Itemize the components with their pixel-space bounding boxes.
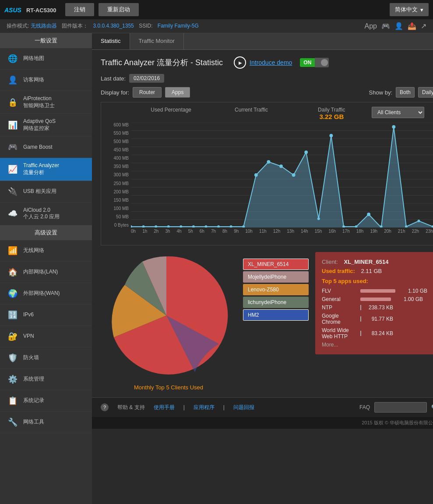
language-button[interactable]: 简体中文 ▾ [390,3,429,16]
detail-traffic-row: Used traffic: 2.11 GB [322,268,431,274]
user-icon[interactable]: 👤 [394,22,403,30]
sidebar-item-network-map[interactable]: 🌐 网络地图 [0,48,92,70]
sidebar-item-sysadmin[interactable]: ⚙️ 系统管理 [0,369,92,390]
wireless-icon: 📶 [7,245,19,257]
share2-icon[interactable]: ↗ [421,22,426,30]
display-for-group: Display for: Router Apps [101,87,190,98]
footer: ? 帮助 & 支持 使用手册 | 应用程序 | 问题回报 FAQ 🔍 [92,397,433,417]
clients-select[interactable]: All Clients [372,107,424,118]
svg-point-33 [367,213,370,216]
app-divider-ntp [360,305,361,310]
top-bar: ASUS RT-AC5300 注销 重新启动 简体中文 ▾ [0,0,433,19]
chart-area: Used Percentage Current Traffic Daily Tr… [101,102,433,245]
mode-link[interactable]: 无线路由器 [31,23,57,29]
qos-icon: 📊 [7,119,19,131]
show-by-select-2[interactable]: Daily [418,87,433,98]
ipv6-icon: 🔢 [7,309,19,321]
page-title-text: Traffic Analyzer 流量分析 - Statistic [101,57,223,68]
show-by-select-1[interactable]: Both [396,87,415,98]
ssid2-link[interactable]: Family-5G [175,23,199,29]
app-divider-chrome [360,316,361,322]
svg-point-25 [267,160,271,164]
help-label: 帮助 & 支持 [117,404,145,411]
app-bar-general [360,298,391,301]
sidebar-item-ipv6[interactable]: 🔢 IPv6 [0,304,92,326]
sidebar-item-network-tools[interactable]: 🔧 网络工具 [0,412,92,433]
sidebar-item-game-boost[interactable]: 🎮 Game Boost [0,136,92,158]
legend-item-mojelly[interactable]: MojellydeiPhone [243,271,309,283]
clients-select-wrap: All Clients [372,107,433,118]
ssid1-link[interactable]: Family [158,23,173,29]
sidebar-item-vpn[interactable]: 🔐 VPN [0,326,92,347]
tab-traffic-monitor[interactable]: Traffic Monitor [130,33,184,49]
content-inner: Traffic Analyzer 流量分析 - Statistic Introd… [92,50,433,397]
manual-link[interactable]: 使用手册 [154,404,175,411]
toggle-switch[interactable]: ON [300,58,329,67]
detail-apps-title: Top 5 apps used: [322,278,431,284]
pie-chart-container: Monthly Top 5 Clients Used [101,252,236,391]
search-icon[interactable]: 🔍 [431,404,433,410]
svg-point-26 [279,164,283,168]
version-bar: 2015 版权 © 华硕电脑股份有限公司 [92,417,433,429]
sidebar-section-general: 一般设置 [0,33,92,48]
svg-point-29 [317,217,320,220]
app-divider-www [360,331,361,336]
legend-item-lenovo[interactable]: Lenovo-Z580 [243,284,309,295]
sidebar-item-firewall[interactable]: 🛡️ 防火墙 [0,347,92,369]
logout-button[interactable]: 注销 [65,3,94,16]
legend-item-xl[interactable]: XL_MINER_6514 [243,259,309,270]
app-row-general: General 1.00 GB [322,296,431,302]
sidebar: 一般设置 🌐 网络地图 👤 访客网络 🔒 AiProtection智能网络卫士 … [0,33,92,504]
gamepad-icon[interactable]: 🎮 [381,22,390,30]
faq-search-input[interactable] [374,402,427,413]
sidebar-item-aiprotection[interactable]: 🔒 AiProtection智能网络卫士 [0,91,92,114]
apps-link[interactable]: 应用程序 [194,404,215,411]
chart-svg [131,122,433,228]
sidebar-item-wireless[interactable]: 📶 无线网络 [0,240,92,262]
lan-icon: 🏠 [7,266,19,278]
share-icon[interactable]: 📤 [408,22,416,30]
feedback-link[interactable]: 问题回报 [233,404,254,411]
controls-row: Display for: Router Apps Show by: Both D… [101,87,433,98]
more-link[interactable]: More... [322,342,431,348]
chart-svg-container [131,122,433,228]
footer-right: FAQ 🔍 [359,402,433,413]
help-icon[interactable]: ? [101,403,109,411]
legend-item-hm2[interactable]: HM2 [243,309,309,321]
router-button[interactable]: Router [133,87,162,98]
apps-button[interactable]: Apps [165,87,190,98]
tab-bar: Statistic Traffic Monitor [92,33,433,50]
sidebar-item-lan[interactable]: 🏠 内部网络(LAN) [0,262,92,283]
sidebar-item-wan[interactable]: 🌍 外部网络(WAN) [0,283,92,304]
legend-item-lichun[interactable]: lichunydeiPhone [243,297,309,308]
aiprotection-icon: 🔒 [7,96,19,108]
intro-demo-link[interactable]: Introduce demo [250,59,292,66]
col-current-traffic: Current Traffic [211,107,291,113]
sidebar-item-guest-network[interactable]: 👤 访客网络 [0,70,92,91]
app-row-chrome: Google Chrome 91.77 KB [322,313,431,325]
tools-icon: 🔧 [7,416,19,428]
gameboost-icon: 🎮 [7,141,19,153]
sidebar-item-adaptive-qos[interactable]: 📊 Adaptive QoS网络监控家 [0,114,92,136]
syslog-icon: 📋 [7,395,19,407]
sidebar-item-aicloud[interactable]: ☁️ AiCloud 2.0个人云 2.0 应用 [0,203,92,225]
monthly-label: Monthly Top 5 Clients Used [101,384,236,391]
usb-icon: 🔌 [7,186,19,198]
svg-point-35 [392,125,395,129]
sidebar-item-traffic-analyzer[interactable]: 📈 Traffic Analyzer流量分析 [0,158,92,181]
x-axis: 0h1h2h3h4h5h 6h7h8h9h10h11h 12h13h14h15h… [131,228,433,241]
detail-client-row: Client: XL_MINER_6514 [322,259,431,265]
play-button[interactable] [234,56,246,69]
legend-list: XL_MINER_6514 MojellydeiPhone Lenovo-Z58… [243,259,309,321]
sidebar-item-usb[interactable]: 🔌 USB 相关应用 [0,181,92,203]
firmware-link[interactable]: 3.0.0.4.380_1355 [93,23,134,29]
daily-value: 3.22 GB [292,113,372,120]
last-date-label: Last date: [101,75,126,82]
sidebar-item-syslog[interactable]: 📋 系统记录 [0,390,92,412]
chart-wrapper: 600 MB 550 MB 500 MB 450 MB 400 MB 350 M… [106,122,433,241]
reboot-button[interactable]: 重新启动 [99,3,139,16]
col-daily-traffic: Daily Traffic 3.22 GB [292,107,372,120]
vpn-icon: 🔐 [7,330,19,343]
display-for-label: Display for: [101,89,129,96]
tab-statistic[interactable]: Statistic [92,33,130,49]
